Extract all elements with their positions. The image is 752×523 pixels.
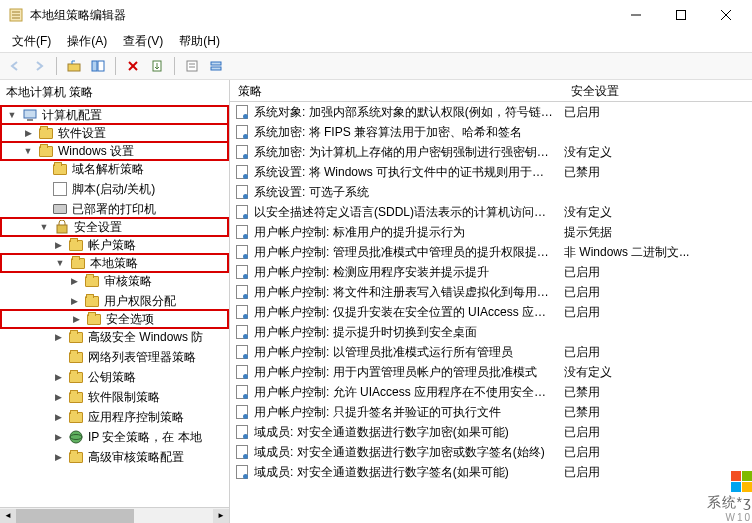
tree-item-label: 网络列表管理器策略	[88, 349, 196, 366]
policy-row[interactable]: 以安全描述符定义语言(SDDL)语法表示的计算机访问限制没有定义	[230, 202, 752, 222]
titlebar: 本地组策略编辑器	[0, 0, 752, 30]
horizontal-scrollbar[interactable]: ◄ ►	[0, 507, 229, 523]
policy-name: 用户帐户控制: 检测应用程序安装并提示提升	[254, 264, 564, 281]
policy-row[interactable]: 用户帐户控制: 以管理员批准模式运行所有管理员已启用	[230, 342, 752, 362]
tree-item[interactable]: ▶应用程序控制策略	[0, 407, 229, 427]
expand-icon[interactable]: ▶	[70, 314, 82, 324]
scroll-track[interactable]	[16, 509, 213, 523]
policy-row[interactable]: 用户帐户控制: 管理员批准模式中管理员的提升权限提示的...非 Windows …	[230, 242, 752, 262]
policy-name: 系统设置: 可选子系统	[254, 184, 564, 201]
policy-row[interactable]: 系统设置: 可选子系统	[230, 182, 752, 202]
expand-icon[interactable]: ▶	[52, 392, 64, 402]
policy-row[interactable]: 用户帐户控制: 标准用户的提升提示行为提示凭据	[230, 222, 752, 242]
filter-button[interactable]	[205, 55, 227, 77]
expand-icon[interactable]: ▶	[68, 276, 80, 286]
policy-status: 已禁用	[564, 164, 752, 181]
expand-icon[interactable]: ▶	[22, 128, 34, 138]
tree-item[interactable]: 脚本(启动/关机)	[0, 179, 229, 199]
maximize-button[interactable]	[658, 1, 703, 29]
tree-item[interactable]: ▶软件设置	[0, 123, 229, 143]
folder-icon	[84, 273, 100, 289]
tree-item[interactable]: ▼Windows 设置	[0, 141, 229, 161]
tree-item[interactable]: ▶高级安全 Windows 防	[0, 327, 229, 347]
expand-icon[interactable]: ▶	[52, 432, 64, 442]
menu-view[interactable]: 查看(V)	[115, 31, 171, 52]
collapse-icon[interactable]: ▼	[6, 110, 18, 120]
policy-name: 用户帐户控制: 标准用户的提升提示行为	[254, 224, 564, 241]
minimize-button[interactable]	[613, 1, 658, 29]
menu-action[interactable]: 操作(A)	[59, 31, 115, 52]
expand-icon[interactable]: ▶	[52, 240, 64, 250]
expand-icon[interactable]: ▶	[52, 332, 64, 342]
policy-icon	[234, 364, 250, 380]
tree-item[interactable]: ▼本地策略	[0, 253, 229, 273]
policy-row[interactable]: 域成员: 对安全通道数据进行数字加密或数字签名(始终)已启用	[230, 442, 752, 462]
policy-status: 已禁用	[564, 384, 752, 401]
delete-button[interactable]	[122, 55, 144, 77]
policy-row[interactable]: 用户帐户控制: 允许 UIAccess 应用程序在不使用安全桌面...已禁用	[230, 382, 752, 402]
tree-item[interactable]: ▶用户权限分配	[0, 291, 229, 311]
policy-row[interactable]: 用户帐户控制: 用于内置管理员帐户的管理员批准模式没有定义	[230, 362, 752, 382]
collapse-icon[interactable]: ▼	[22, 146, 34, 156]
policy-row[interactable]: 系统加密: 将 FIPS 兼容算法用于加密、哈希和签名	[230, 122, 752, 142]
tree-item[interactable]: ▼安全设置	[0, 217, 229, 237]
separator	[56, 57, 57, 75]
expand-icon[interactable]: ▶	[52, 412, 64, 422]
tree-item[interactable]: ▶高级审核策略配置	[0, 447, 229, 467]
folder-icon	[68, 329, 84, 345]
policy-status: 没有定义	[564, 364, 752, 381]
svg-rect-9	[92, 61, 97, 71]
menu-help[interactable]: 帮助(H)	[171, 31, 228, 52]
column-policy[interactable]: 策略	[230, 80, 563, 101]
tree-item[interactable]: ▼计算机配置	[0, 105, 229, 125]
toolbar	[0, 52, 752, 80]
expand-icon[interactable]: ▶	[52, 452, 64, 462]
collapse-icon[interactable]: ▼	[38, 222, 50, 232]
policy-row[interactable]: 域成员: 对安全通道数据进行数字签名(如果可能)已启用	[230, 462, 752, 482]
tree-item[interactable]: 已部署的打印机	[0, 199, 229, 219]
export-button[interactable]	[146, 55, 168, 77]
column-security-setting[interactable]: 安全设置	[563, 80, 752, 101]
tree-item[interactable]: ▶帐户策略	[0, 235, 229, 255]
policy-row[interactable]: 用户帐户控制: 仅提升安装在安全位置的 UIAccess 应用程序已启用	[230, 302, 752, 322]
policy-status: 已启用	[564, 104, 752, 121]
tree-item[interactable]: ▶公钥策略	[0, 367, 229, 387]
tree-item[interactable]: ▶IP 安全策略，在 本地	[0, 427, 229, 447]
tree-item-label: 软件限制策略	[88, 389, 160, 406]
policy-tree[interactable]: ▼计算机配置▶软件设置▼Windows 设置域名解析策略脚本(启动/关机)已部署…	[0, 105, 229, 507]
close-button[interactable]	[703, 1, 748, 29]
policy-name: 用户帐户控制: 用于内置管理员帐户的管理员批准模式	[254, 364, 564, 381]
tree-item[interactable]: 网络列表管理器策略	[0, 347, 229, 367]
policy-icon	[234, 104, 250, 120]
properties-button[interactable]	[181, 55, 203, 77]
tree-item[interactable]: ▶安全选项	[0, 309, 229, 329]
menu-file[interactable]: 文件(F)	[4, 31, 59, 52]
policy-name: 域成员: 对安全通道数据进行数字加密或数字签名(始终)	[254, 444, 564, 461]
policy-name: 用户帐户控制: 管理员批准模式中管理员的提升权限提示的...	[254, 244, 564, 261]
tree-item-label: 已部署的打印机	[72, 201, 156, 218]
scroll-right-button[interactable]: ►	[213, 509, 229, 523]
tree-item[interactable]: ▶软件限制策略	[0, 387, 229, 407]
tree-item[interactable]: ▶审核策略	[0, 271, 229, 291]
scroll-left-button[interactable]: ◄	[0, 509, 16, 523]
expand-icon[interactable]: ▶	[52, 372, 64, 382]
policy-list[interactable]: 系统对象: 加强内部系统对象的默认权限(例如，符号链接)已启用系统加密: 将 F…	[230, 102, 752, 523]
policy-row[interactable]: 系统对象: 加强内部系统对象的默认权限(例如，符号链接)已启用	[230, 102, 752, 122]
policy-row[interactable]: 用户帐户控制: 只提升签名并验证的可执行文件已禁用	[230, 402, 752, 422]
tree-header: 本地计算机 策略	[0, 80, 229, 105]
folder-icon	[68, 349, 84, 365]
scroll-thumb[interactable]	[16, 509, 134, 523]
collapse-icon[interactable]: ▼	[54, 258, 66, 268]
svg-rect-19	[24, 110, 36, 118]
policy-row[interactable]: 用户帐户控制: 提示提升时切换到安全桌面	[230, 322, 752, 342]
policy-row[interactable]: 系统加密: 为计算机上存储的用户密钥强制进行强密钥保护没有定义	[230, 142, 752, 162]
policy-icon	[234, 444, 250, 460]
policy-row[interactable]: 用户帐户控制: 检测应用程序安装并提示提升已启用	[230, 262, 752, 282]
tree-item[interactable]: 域名解析策略	[0, 159, 229, 179]
show-hide-button[interactable]	[87, 55, 109, 77]
up-level-button[interactable]	[63, 55, 85, 77]
policy-row[interactable]: 系统设置: 将 Windows 可执行文件中的证书规则用于软件...已禁用	[230, 162, 752, 182]
policy-row[interactable]: 域成员: 对安全通道数据进行数字加密(如果可能)已启用	[230, 422, 752, 442]
policy-row[interactable]: 用户帐户控制: 将文件和注册表写入错误虚拟化到每用户位置已启用	[230, 282, 752, 302]
expand-icon[interactable]: ▶	[68, 296, 80, 306]
